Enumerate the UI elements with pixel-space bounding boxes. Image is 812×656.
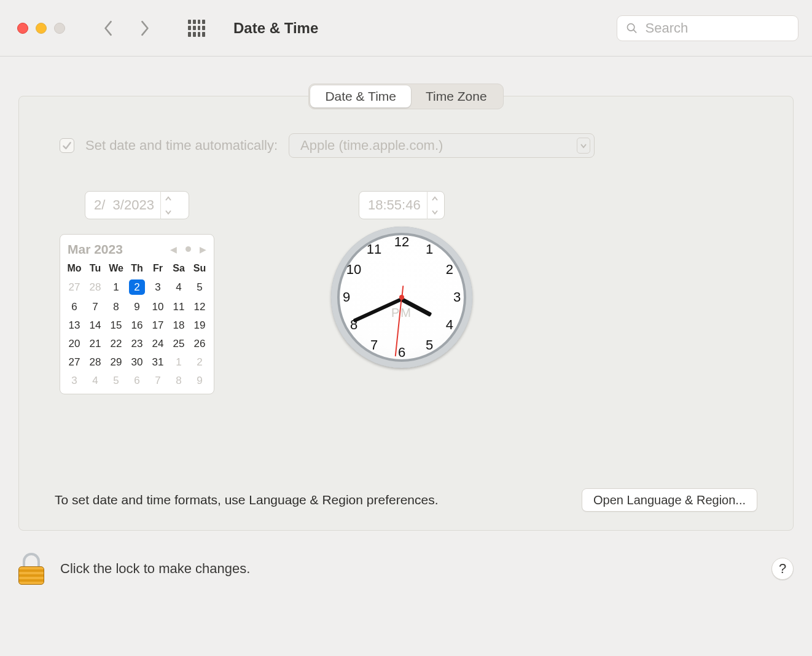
- toolbar: Date & Time: [0, 0, 812, 57]
- back-button[interactable]: [98, 18, 119, 39]
- calendar-day[interactable]: 7: [85, 298, 106, 316]
- clock-number: 8: [350, 317, 357, 333]
- calendar-day[interactable]: 30: [127, 353, 147, 372]
- show-all-icon[interactable]: [188, 20, 205, 37]
- calendar-day[interactable]: 4: [85, 372, 106, 390]
- stepper-down-icon[interactable]: [161, 205, 176, 219]
- calendar-day[interactable]: 9: [189, 372, 210, 390]
- analog-clock: PM 121234567891011: [331, 227, 472, 368]
- calendar-day[interactable]: 5: [189, 276, 210, 298]
- nav-arrows: [98, 18, 155, 39]
- calendar-weekday: Su: [189, 260, 210, 276]
- clock-number: 9: [343, 289, 350, 305]
- calendar-day[interactable]: 22: [106, 335, 127, 353]
- calendar-day[interactable]: 7: [147, 372, 168, 390]
- calendar-next-icon[interactable]: ▶: [200, 244, 206, 254]
- chevron-down-icon: [577, 138, 590, 154]
- date-stepper-field[interactable]: 2/ 3/2023: [85, 191, 189, 219]
- calendar-day[interactable]: 1: [168, 353, 189, 372]
- calendar-weekday: Sa: [168, 260, 189, 276]
- calendar-day[interactable]: 9: [127, 298, 147, 316]
- clock-number: 2: [446, 262, 453, 278]
- help-button[interactable]: ?: [771, 558, 794, 580]
- zoom-window-button: [54, 23, 65, 34]
- tab-time-zone[interactable]: Time Zone: [411, 85, 502, 107]
- close-window-button[interactable]: [17, 23, 28, 34]
- calendar-day[interactable]: 6: [64, 298, 85, 316]
- calendar-day[interactable]: 6: [127, 372, 147, 390]
- time-server-value: Apple (time.apple.com.): [300, 138, 443, 154]
- calendar-day[interactable]: 25: [168, 335, 189, 353]
- tab-segmented-control: Date & Time Time Zone: [308, 84, 503, 109]
- group-box: Set date and time automatically: Apple (…: [18, 96, 794, 531]
- clock-number: 6: [398, 345, 405, 361]
- tab-date-time[interactable]: Date & Time: [310, 85, 411, 107]
- calendar-day[interactable]: 12: [189, 298, 210, 316]
- clock-number: 1: [426, 241, 433, 257]
- calendar-day[interactable]: 16: [127, 316, 147, 335]
- time-stepper-field[interactable]: 18:55:46: [359, 191, 445, 219]
- calendar-day[interactable]: 27: [64, 276, 85, 298]
- calendar-day[interactable]: 17: [147, 316, 168, 335]
- calendar-day[interactable]: 3: [147, 276, 168, 298]
- calendar-day[interactable]: 1: [106, 276, 127, 298]
- calendar-day[interactable]: 19: [189, 316, 210, 335]
- clock-number: 5: [426, 337, 433, 353]
- calendar-day[interactable]: 31: [147, 353, 168, 372]
- calendar-day[interactable]: 10: [147, 298, 168, 316]
- window-title: Date & Time: [233, 20, 318, 37]
- clock-number: 10: [346, 262, 361, 278]
- calendar-title: Mar 2023: [68, 242, 123, 257]
- stepper-up-icon[interactable]: [161, 191, 176, 205]
- auto-set-checkbox[interactable]: [60, 138, 74, 153]
- open-language-region-button[interactable]: Open Language & Region...: [582, 488, 757, 512]
- calendar-day[interactable]: 2: [127, 276, 147, 298]
- auto-set-label: Set date and time automatically:: [85, 138, 278, 154]
- time-stepper[interactable]: [427, 191, 443, 219]
- calendar-prev-icon[interactable]: ◀: [170, 244, 177, 254]
- search-field-wrap: [617, 15, 798, 41]
- calendar-day[interactable]: 23: [127, 335, 147, 353]
- stepper-up-icon[interactable]: [427, 191, 443, 205]
- calendar-day[interactable]: 24: [147, 335, 168, 353]
- calendar-day[interactable]: 14: [85, 316, 106, 335]
- date-stepper[interactable]: [160, 191, 176, 219]
- stepper-down-icon[interactable]: [427, 205, 443, 219]
- calendar-day[interactable]: 4: [168, 276, 189, 298]
- calendar-weekday: We: [106, 260, 127, 276]
- minimize-window-button[interactable]: [36, 23, 47, 34]
- calendar-day[interactable]: 3: [64, 372, 85, 390]
- calendar-day[interactable]: 11: [168, 298, 189, 316]
- calendar-day[interactable]: 26: [189, 335, 210, 353]
- calendar-day[interactable]: 8: [168, 372, 189, 390]
- calendar-day[interactable]: 8: [106, 298, 127, 316]
- calendar-day[interactable]: 28: [85, 276, 106, 298]
- formats-hint-label: To set date and time formats, use Langua…: [55, 493, 439, 507]
- forward-button[interactable]: [134, 18, 155, 39]
- calendar-day[interactable]: 27: [64, 353, 85, 372]
- lock-hint-label: Click the lock to make changes.: [60, 561, 250, 577]
- svg-point-0: [627, 23, 634, 30]
- calendar-day[interactable]: 5: [106, 372, 127, 390]
- clock-number: 3: [453, 289, 461, 305]
- lock-icon[interactable]: [18, 553, 44, 585]
- mini-calendar[interactable]: Mar 2023 ◀ ▶ MoTuWeThFrSaSu 272812345678…: [60, 234, 214, 394]
- clock-number: 11: [367, 241, 381, 257]
- calendar-day[interactable]: 21: [85, 335, 106, 353]
- calendar-day[interactable]: 28: [85, 353, 106, 372]
- time-server-combo[interactable]: Apple (time.apple.com.): [289, 133, 595, 158]
- search-input[interactable]: [644, 20, 789, 37]
- calendar-today-icon[interactable]: [185, 246, 191, 252]
- clock-ampm-label: PM: [391, 306, 412, 320]
- calendar-day[interactable]: 18: [168, 316, 189, 335]
- clock-number: 12: [394, 234, 409, 250]
- calendar-day[interactable]: 15: [106, 316, 127, 335]
- calendar-day[interactable]: 20: [64, 335, 85, 353]
- calendar-day[interactable]: 13: [64, 316, 85, 335]
- calendar-weekday: Mo: [64, 260, 85, 276]
- calendar-weekday: Tu: [85, 260, 106, 276]
- clock-number: 4: [446, 317, 453, 333]
- calendar-day[interactable]: 2: [189, 353, 210, 372]
- calendar-day[interactable]: 29: [106, 353, 127, 372]
- clock-pin: [399, 295, 404, 300]
